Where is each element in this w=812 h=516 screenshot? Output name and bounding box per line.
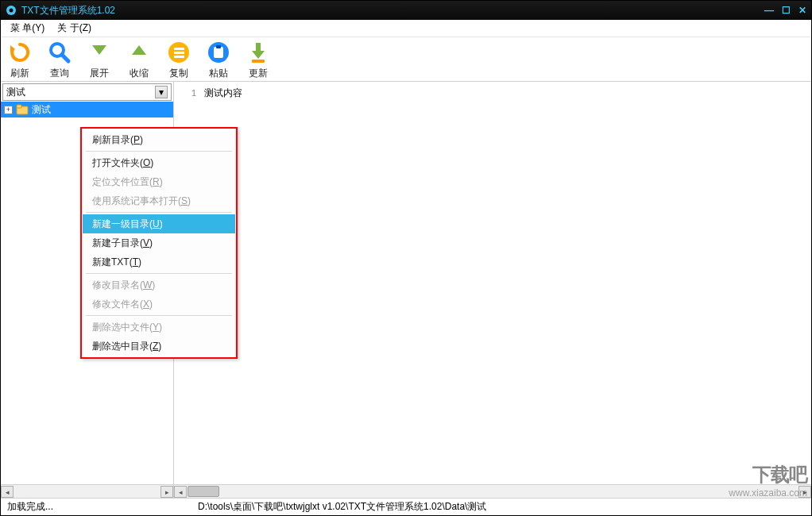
statusbar: 加载完成... D:\tools\桌面\下载吧\txtwjglxt v1.02\… — [1, 498, 811, 515]
maximize-button[interactable]: ☐ — [782, 5, 791, 16]
cm-separator — [86, 212, 232, 213]
status-message: 加载完成... — [7, 500, 198, 514]
scroll-left-icon[interactable]: ◂ — [1, 486, 14, 498]
cm-open-folder[interactable]: 打开文件夹(O) — [83, 153, 235, 172]
line-text: 测试内容 — [204, 87, 242, 100]
collapse-button[interactable]: 收缩 — [126, 40, 152, 80]
cm-separator — [86, 151, 232, 152]
cm-new-top-dir[interactable]: 新建一级目录(U) — [83, 214, 235, 233]
svg-rect-12 — [252, 60, 265, 63]
toolbar: 刷新 查询 展开 收缩 复制 — [1, 37, 811, 82]
menu-about[interactable]: 关 于(Z) — [54, 20, 95, 37]
svg-rect-14 — [17, 105, 21, 108]
svg-point-1 — [10, 9, 14, 13]
directory-select[interactable]: 测试 ▾ — [2, 83, 172, 101]
update-button[interactable]: 更新 — [246, 40, 271, 80]
text-editor[interactable]: 1 测试内容 — [174, 82, 811, 484]
expand-button[interactable]: 展开 — [87, 40, 112, 80]
folder-icon — [16, 103, 29, 116]
tree-item-root[interactable]: + 测试 — [1, 102, 173, 117]
paste-icon — [206, 40, 231, 65]
cm-rename-dir[interactable]: 修改目录名(W) — [83, 275, 235, 295]
menu-main[interactable]: 菜 单(Y) — [7, 20, 48, 37]
chevron-down-icon[interactable]: ▾ — [155, 86, 168, 98]
cm-delete-file[interactable]: 删除选中文件(Y) — [83, 318, 235, 337]
paste-button[interactable]: 粘贴 — [206, 40, 231, 80]
line-number: 1 — [180, 88, 196, 98]
tree-expand-icon[interactable]: + — [4, 106, 13, 114]
cm-refresh-dir[interactable]: 刷新目录(P) — [83, 130, 235, 149]
cm-locate-file[interactable]: 定位文件位置(R) — [83, 172, 235, 191]
cm-open-notepad[interactable]: 使用系统记事本打开(S) — [83, 191, 235, 210]
copy-button[interactable]: 复制 — [166, 40, 191, 80]
svg-rect-9 — [214, 47, 223, 58]
cm-new-sub-dir[interactable]: 新建子目录(V) — [83, 233, 235, 252]
refresh-button[interactable]: 刷新 — [7, 40, 33, 80]
search-icon — [47, 40, 72, 65]
svg-rect-10 — [216, 45, 221, 48]
status-path: D:\tools\桌面\下载吧\txtwjglxt v1.02\TXT文件管理系… — [198, 500, 805, 514]
editor-line: 1 测试内容 — [180, 87, 805, 100]
menubar: 菜 单(Y) 关 于(Z) — [1, 20, 811, 37]
cm-delete-dir[interactable]: 删除选中目录(Z) — [83, 337, 235, 356]
cm-separator — [86, 315, 232, 316]
cm-rename-file[interactable]: 修改文件名(X) — [83, 295, 235, 314]
window-title: TXT文件管理系统1.02 — [21, 4, 115, 17]
right-pane: 1 测试内容 ◂ ▸ — [174, 82, 811, 498]
context-menu: 刷新目录(P) 打开文件夹(O) 定位文件位置(R) 使用系统记事本打开(S) … — [80, 127, 238, 359]
app-icon — [6, 5, 17, 16]
expand-icon — [87, 40, 112, 65]
close-button[interactable]: ✕ — [798, 5, 806, 16]
app-window: TXT文件管理系统1.02 — ☐ ✕ 菜 单(Y) 关 于(Z) 刷新 查询 — [0, 0, 812, 516]
combo-value: 测试 — [6, 86, 25, 99]
svg-rect-6 — [174, 52, 184, 54]
cm-new-txt[interactable]: 新建TXT(T) — [83, 252, 235, 271]
download-icon — [246, 40, 271, 65]
cm-separator — [86, 273, 232, 274]
refresh-icon — [7, 40, 33, 65]
scroll-left-icon[interactable]: ◂ — [174, 486, 187, 498]
svg-rect-5 — [174, 48, 184, 50]
scroll-right-icon[interactable]: ▸ — [160, 486, 173, 498]
editor-scrollbar[interactable]: ◂ ▸ — [174, 484, 811, 498]
svg-rect-7 — [174, 56, 184, 58]
scroll-right-icon[interactable]: ▸ — [798, 486, 811, 498]
tree-scrollbar[interactable]: ◂ ▸ — [1, 484, 173, 498]
scroll-thumb[interactable] — [188, 486, 219, 497]
tree-item-label: 测试 — [32, 103, 51, 117]
collapse-icon — [126, 40, 152, 65]
titlebar: TXT文件管理系统1.02 — ☐ ✕ — [1, 1, 811, 20]
query-button[interactable]: 查询 — [47, 40, 72, 80]
copy-icon — [166, 40, 191, 65]
svg-line-3 — [62, 55, 68, 61]
minimize-button[interactable]: — — [764, 5, 774, 16]
